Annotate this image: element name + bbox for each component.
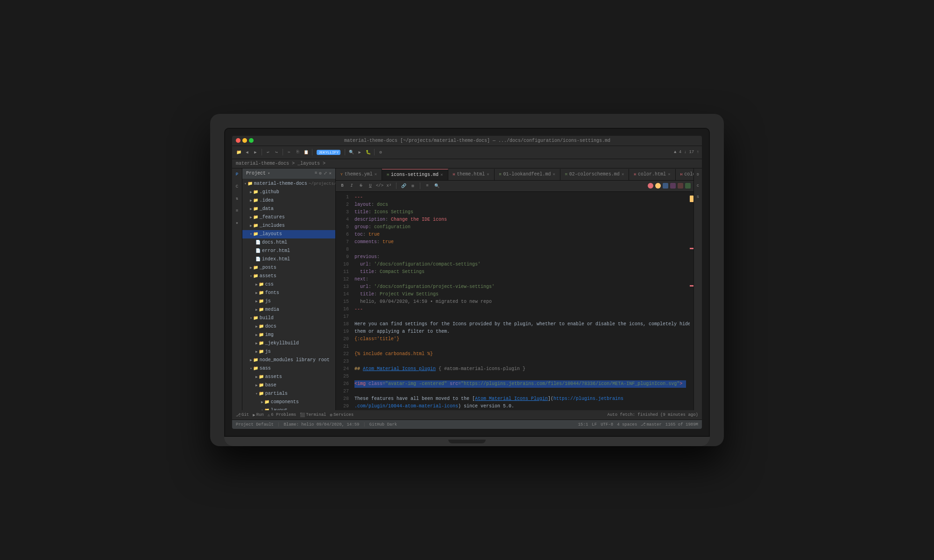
structure-icon[interactable]: ≡ bbox=[233, 207, 241, 215]
tree-item-jekyllbuild[interactable]: ▶ 📁 _jekyllbuild bbox=[242, 339, 335, 348]
minimize-button[interactable] bbox=[242, 138, 247, 143]
expand-icon[interactable]: ⤢ bbox=[324, 171, 327, 176]
table-btn[interactable]: ⊞ bbox=[409, 182, 417, 189]
branch-icon: ⎇ bbox=[641, 422, 645, 427]
right-icon-2[interactable]: C bbox=[694, 182, 702, 190]
tree-item-img[interactable]: ▶ 📁 img bbox=[242, 331, 335, 339]
jekyllify-badge[interactable]: JEKYLLIFY bbox=[317, 150, 340, 155]
tree-item-js2[interactable]: ▶ 📁 js bbox=[242, 348, 335, 356]
tab-theme-html[interactable]: H theme.html ✕ bbox=[448, 169, 495, 180]
project-icon[interactable]: P bbox=[233, 170, 241, 179]
underline-btn[interactable]: U bbox=[367, 182, 374, 189]
tree-item-index-html[interactable]: 📄 index.html bbox=[242, 255, 335, 264]
collapse-icon[interactable]: ≡ bbox=[315, 171, 317, 176]
debug-icon[interactable]: 🐛 bbox=[364, 148, 372, 156]
tab-close-icon[interactable]: ✕ bbox=[487, 172, 489, 177]
tree-item-nodemodules[interactable]: ▶ 📁 node_modules library root bbox=[242, 356, 335, 364]
tree-item-components[interactable]: ▶ 📁 components bbox=[242, 398, 335, 406]
tree-item-posts[interactable]: ▶ 📁 _posts bbox=[242, 264, 335, 272]
tab-themes-yml[interactable]: Y themes.yml ✕ bbox=[336, 169, 382, 180]
commit-icon[interactable]: C bbox=[233, 182, 241, 191]
tree-item-partials[interactable]: ▾ 📁 partials bbox=[242, 390, 335, 398]
tree-item-media[interactable]: ▶ 📁 media bbox=[242, 306, 335, 314]
link-btn[interactable]: 🔗 bbox=[400, 182, 407, 189]
maximize-button[interactable] bbox=[249, 138, 254, 143]
gear-icon[interactable]: ⚙ bbox=[319, 171, 321, 176]
settings-icon[interactable]: ⚙ bbox=[377, 148, 384, 156]
code-line-29: .com/plugin/10044-atom-material-icons) s… bbox=[354, 403, 686, 410]
blame-item: Blame: helio 09/04/2020, 14:59 bbox=[283, 422, 359, 427]
tab-close-icon[interactable]: ✕ bbox=[668, 172, 670, 177]
close-panel-icon[interactable]: ✕ bbox=[329, 171, 332, 176]
tree-item-sass[interactable]: ▾ 📁 sass bbox=[242, 364, 335, 373]
favorites-icon[interactable]: ★ bbox=[233, 219, 241, 227]
tab-color-html[interactable]: H color.html ✕ bbox=[629, 169, 675, 180]
code-line-18: Here you can find settings for the Icons… bbox=[354, 321, 686, 328]
tree-item-js[interactable]: ▶ 📁 js bbox=[242, 297, 335, 306]
undo-icon[interactable]: ↩ bbox=[264, 148, 272, 156]
tree-item-includes[interactable]: ▶ 📁 _includes bbox=[242, 222, 335, 230]
tree-item-css[interactable]: ▶ 📁 css bbox=[242, 280, 335, 289]
tab-close-icon[interactable]: ✕ bbox=[375, 172, 377, 177]
tab-color2-html[interactable]: H color2.html ✕ bbox=[676, 169, 693, 180]
tab-close-icon[interactable]: ✕ bbox=[553, 172, 555, 177]
search-editor-btn[interactable]: 🔍 bbox=[433, 182, 440, 189]
lf-item[interactable]: LF bbox=[592, 422, 597, 427]
align-left-btn[interactable]: ≡ bbox=[424, 182, 431, 189]
code-line-20: {:class='title'} bbox=[354, 336, 686, 343]
tab-close-icon[interactable]: ✕ bbox=[440, 172, 443, 177]
git-item[interactable]: ⎇ Git bbox=[236, 413, 249, 418]
branch-label: master bbox=[646, 422, 661, 427]
copy-icon[interactable]: ⎘ bbox=[294, 148, 301, 156]
italic-btn[interactable]: I bbox=[348, 182, 355, 189]
search-icon[interactable]: 🔍 bbox=[347, 148, 355, 156]
folder-icon[interactable]: 📁 bbox=[235, 148, 242, 156]
run-icon[interactable]: ▶ bbox=[356, 148, 363, 156]
tree-item-build[interactable]: ▾ 📁 build bbox=[242, 314, 335, 322]
services-item[interactable]: ⚙ Services bbox=[330, 413, 354, 418]
tree-item-error-html[interactable]: 📄 error.html bbox=[242, 247, 335, 255]
tree-item-docs-html[interactable]: 📄 docs.html bbox=[242, 238, 335, 247]
right-icon-1[interactable]: D bbox=[694, 170, 702, 179]
right-icon-3[interactable]: S bbox=[694, 193, 702, 201]
tab-01-lookandfeel[interactable]: M 01-lookandfeel.md ✕ bbox=[495, 169, 560, 180]
theme-item[interactable]: GitHub Dark bbox=[369, 422, 397, 427]
terminal-item[interactable]: ⬛ Terminal bbox=[300, 413, 326, 418]
tree-item-data[interactable]: ▶ 📁 _data bbox=[242, 205, 335, 213]
superscript-btn[interactable]: x² bbox=[385, 182, 393, 189]
encoding-item[interactable]: UTF-8 bbox=[601, 422, 613, 427]
tree-root[interactable]: ▾ 📁 material-theme-docs ~/projects/mater… bbox=[242, 180, 335, 188]
problems-item[interactable]: ⚠ 6 Problems bbox=[268, 413, 296, 418]
tab-icons-settings-md[interactable]: M icons-settings.md ✕ bbox=[382, 169, 448, 180]
run-item[interactable]: ▶ Run bbox=[253, 413, 264, 418]
pullrequest-icon[interactable]: ⇅ bbox=[233, 195, 241, 203]
forward-icon[interactable]: ▶ bbox=[252, 148, 259, 156]
code-editor[interactable]: --- layout: docs title: Icons Settings d… bbox=[351, 192, 690, 411]
tree-item-github[interactable]: ▶ 📁 .github bbox=[242, 188, 335, 196]
tree-item-layout[interactable]: ▾ 📁 layout bbox=[242, 406, 335, 411]
strike-btn[interactable]: S bbox=[357, 182, 365, 189]
tree-item-assets[interactable]: ▾ 📁 assets bbox=[242, 272, 335, 280]
branch-item[interactable]: ⎇ master bbox=[641, 422, 661, 427]
tab-close-icon[interactable]: ✕ bbox=[622, 172, 624, 177]
item-label: assets bbox=[260, 273, 276, 279]
close-button[interactable] bbox=[236, 138, 241, 143]
tab-02-colorschemes[interactable]: M 02-colorschemes.md ✕ bbox=[560, 169, 629, 180]
code-btn[interactable]: </> bbox=[376, 182, 383, 189]
tree-item-sass-assets[interactable]: ▶ 📁 assets bbox=[242, 373, 335, 381]
back-icon[interactable]: ◀ bbox=[243, 148, 251, 156]
paste-icon[interactable]: 📋 bbox=[302, 148, 310, 156]
redo-icon[interactable]: ↪ bbox=[273, 148, 280, 156]
cursor-item[interactable]: 15:1 bbox=[578, 422, 588, 427]
tree-item-base[interactable]: ▶ 📁 base bbox=[242, 381, 335, 390]
tree-item-idea[interactable]: ▶ 📁 .idea bbox=[242, 196, 335, 205]
tree-item-features[interactable]: ▶ 📁 _features bbox=[242, 213, 335, 222]
tree-item-layouts[interactable]: ▾ 📁 _layouts bbox=[242, 230, 335, 238]
indent-item[interactable]: 4 spaces bbox=[617, 422, 637, 427]
tree-item-build-docs[interactable]: ▶ 📁 docs bbox=[242, 322, 335, 331]
tree-item-fonts[interactable]: ▶ 📁 fonts bbox=[242, 289, 335, 297]
laptop-notch bbox=[448, 440, 486, 443]
bold-btn[interactable]: B bbox=[339, 182, 346, 189]
cut-icon[interactable]: ✂ bbox=[285, 148, 293, 156]
tab-label: color2.html bbox=[684, 172, 693, 177]
